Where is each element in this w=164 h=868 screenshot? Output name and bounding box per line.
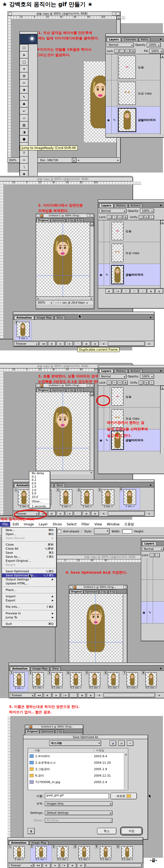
scroll-right-icon[interactable]: ▶ [156, 693, 163, 698]
opacity-value[interactable]: 100% [140, 209, 154, 213]
close-box-icon[interactable] [37, 214, 40, 217]
frame-delay[interactable]: 0.5 sec. [142, 686, 160, 689]
menu-item-other[interactable]: Other… [29, 500, 50, 503]
frame-delay[interactable]: 0.1 sec. [95, 858, 116, 861]
menu-item-place[interactable]: Place… [2, 588, 56, 592]
doc-titlebar[interactable]: Untitled-1 @ 300% (Origi… [36, 383, 94, 388]
brush-tool-icon[interactable]: ✎ [19, 93, 29, 100]
lock-pixels-icon[interactable]: ✎ [120, 49, 124, 53]
scroll-up-icon[interactable]: ▲ [161, 54, 164, 58]
brush-icon[interactable]: ✎ [147, 602, 153, 623]
menu-help[interactable]: 도움말 [122, 521, 136, 527]
doc-titlebar[interactable]: Untitled-1 @ 300% (Origi… [25, 725, 83, 729]
close-box-icon[interactable] [70, 586, 73, 588]
layer-row[interactable] [141, 580, 164, 602]
zoom-box-icon[interactable] [87, 214, 89, 217]
status-menu-icon[interactable]: ▶ [72, 158, 76, 162]
column-name[interactable]: 이름 [28, 749, 93, 752]
frame-delay[interactable]: 1 sec. [9, 858, 29, 861]
menu-item-0-1[interactable]: 0.1 [29, 475, 50, 478]
doc-titlebar[interactable]: Untitled-1 @ 300% (Origi… [36, 214, 94, 218]
fill-value[interactable]: 100% [149, 49, 163, 53]
tab-slice[interactable]: Slice [54, 483, 65, 487]
palette-drag-bar[interactable] [98, 200, 164, 203]
tab-imagemap[interactable]: Image Map [30, 666, 50, 671]
crop-tool-icon[interactable]: ⊞ [19, 72, 29, 80]
doc-titlebar[interactable]: Untitled-1 @ 300% (Origi… [69, 585, 127, 589]
doc-canvas[interactable] [36, 223, 90, 297]
zoom-box-icon[interactable] [87, 384, 89, 387]
scroll-up-icon[interactable]: ▲ [90, 223, 94, 226]
frame-1[interactable]: 1 1 sec. [9, 846, 29, 861]
duplicate-frame-button[interactable]: ▣ [69, 863, 76, 868]
options-icon[interactable]: ≡ [127, 741, 133, 746]
palette-drag-bar[interactable] [9, 663, 164, 665]
new-folder-button[interactable]: 새로운 [111, 793, 137, 799]
list-scrollbar[interactable]: ▲ [124, 753, 128, 789]
frame-delay[interactable]: 0.1 sec. [67, 686, 85, 689]
rewind-icon[interactable]: ◀◀ [34, 863, 42, 868]
menu-item-new[interactable]: New…⌘N [2, 528, 56, 532]
doc-canvas[interactable] [36, 393, 90, 471]
next-frame-icon[interactable]: ▏▶ [65, 341, 73, 346]
play-icon[interactable]: ▶ [52, 693, 60, 698]
menu-item-jump-to[interactable]: Jump To [2, 615, 56, 619]
scroll-up-icon[interactable]: ▲ [161, 220, 164, 224]
tab-optimized[interactable]: Optimized [84, 590, 99, 593]
tab-4up[interactable]: 4-Up [108, 590, 117, 593]
stamp-tool-icon[interactable]: ♣ [19, 100, 29, 107]
scroll-right-icon[interactable]: ▶ [116, 158, 120, 162]
link-well[interactable] [112, 80, 118, 106]
frame-delay[interactable]: 0.1 sec. [86, 686, 104, 689]
palette-menu-icon[interactable]: ▶ [159, 37, 163, 41]
eye-well[interactable] [98, 220, 104, 242]
palette-menu-icon[interactable]: ▶ [159, 666, 163, 671]
eye-well[interactable] [141, 580, 147, 601]
scroll-left-icon[interactable]: ◀ [100, 342, 107, 346]
layer-row-selected[interactable]: ◉✎ [141, 602, 164, 623]
frame-delay[interactable]: 0.1 sec. [123, 686, 141, 689]
frame-5[interactable]: 5 0.1 sec. [86, 672, 104, 689]
scroll-left-icon[interactable]: ◀ [76, 158, 80, 162]
link-well[interactable] [147, 558, 153, 580]
tab-imagemap[interactable]: Image Map [29, 841, 49, 844]
eye-well[interactable] [98, 408, 104, 429]
eye-well[interactable] [141, 558, 147, 580]
toolbox-drag-bar[interactable] [19, 32, 37, 34]
prev-frame-icon[interactable]: ◀▏ [48, 341, 56, 346]
column-date[interactable]: 수정일 [93, 749, 104, 752]
lock-all-icon[interactable]: ▣ [123, 215, 128, 219]
menu-window[interactable]: Window [104, 522, 122, 527]
menu-slices[interactable]: Slices [50, 522, 64, 527]
tab-layers[interactable]: Layers [99, 369, 114, 373]
frame-delay[interactable]: 0.1 sec. [74, 858, 94, 861]
brush-icon[interactable]: ✎ [112, 106, 118, 133]
lock-transparency-icon[interactable]: ▭ [115, 49, 119, 53]
scroll-up-icon[interactable]: ▲ [161, 386, 164, 390]
next-frame-icon[interactable]: ▏▶ [61, 693, 69, 698]
layer-row-brows[interactable]: 눈섭 copy [106, 80, 160, 106]
menu-item-no-delay[interactable]: No delay [29, 471, 50, 475]
prev-frame-icon[interactable]: ◀▏ [106, 289, 113, 293]
close-box-icon[interactable] [9, 12, 12, 16]
tab-history[interactable]: History [114, 204, 128, 207]
magic-wand-tool-icon[interactable]: ✶ [19, 65, 29, 72]
shortcuts-icon[interactable]: ◙ [28, 828, 35, 834]
menu-layer[interactable]: Layer [36, 522, 50, 527]
file-row[interactable]: 71793006_m.jpg 2005.2.4 [28, 779, 128, 785]
lock-all-icon[interactable]: ▣ [123, 381, 128, 385]
layer-row[interactable] [141, 558, 164, 580]
collapse-box-icon[interactable] [90, 384, 93, 387]
opacity-value[interactable]: 100% [140, 374, 154, 379]
marquee-tool-icon[interactable]: ☐ [19, 44, 29, 52]
scroll-right-icon[interactable]: ▶ [90, 471, 93, 475]
tab-actions[interactable]: Actions [128, 204, 143, 207]
duplicate-frame-button[interactable]: ▣ [78, 693, 86, 698]
frame-1[interactable]: 1 1 sec. [15, 321, 32, 341]
doc-vscrollbar[interactable]: ▲ [90, 223, 93, 297]
trash-icon[interactable]: ▦ [91, 511, 99, 516]
file-row[interactable]: 1.뚜따뛰따 2003.9.4 [28, 753, 128, 760]
tab-animation[interactable]: Animation [9, 841, 29, 844]
tween-icon[interactable]: ⁘ [74, 341, 82, 346]
unify-style-icon[interactable]: ƒ [150, 381, 154, 385]
